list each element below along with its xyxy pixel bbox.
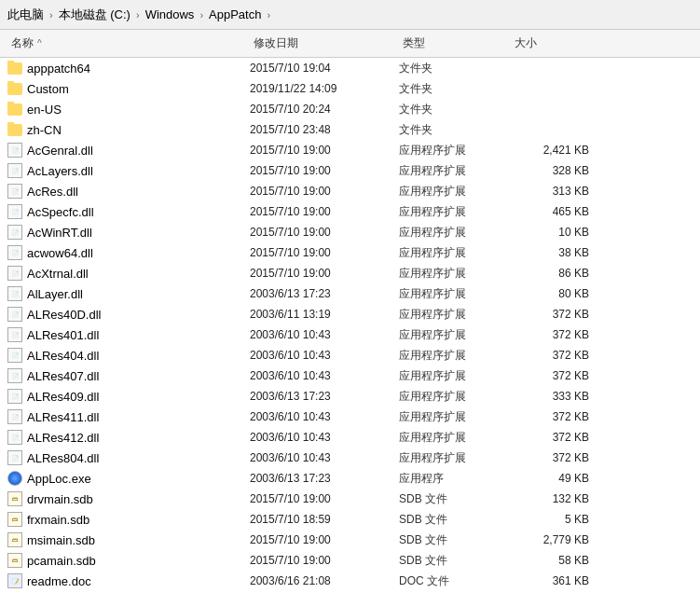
file-name-cell: 📄 ALRes404.dll xyxy=(7,348,250,363)
table-row[interactable]: 📄 ALRes404.dll 2003/6/10 10:43 应用程序扩展 37… xyxy=(0,345,700,365)
file-type-cell: 应用程序扩展 xyxy=(399,163,511,179)
file-name-cell: 🗃 frxmain.sdb xyxy=(7,512,250,527)
file-type-cell: 文件夹 xyxy=(399,122,511,138)
file-name-text: AcLayers.dll xyxy=(27,164,93,178)
file-date-cell: 2015/7/10 19:00 xyxy=(250,185,399,198)
table-row[interactable]: 📄 ALRes412.dll 2003/6/10 10:43 应用程序扩展 37… xyxy=(0,427,700,448)
table-row[interactable]: 📄 ALRes409.dll 2003/6/13 17:23 应用程序扩展 33… xyxy=(0,386,700,407)
file-name-text: zh-CN xyxy=(27,123,62,137)
file-type-cell: 文件夹 xyxy=(399,61,511,76)
table-row[interactable]: zh-CN 2015/7/10 23:48 文件夹 xyxy=(0,119,700,140)
file-size-cell: 372 KB xyxy=(511,431,604,444)
file-size-cell: 58 KB xyxy=(511,554,604,567)
file-name-text: en-US xyxy=(27,103,62,117)
table-row[interactable]: AppLoc.exe 2003/6/13 17:23 应用程序 49 KB xyxy=(0,468,700,489)
file-name-text: apppatch64 xyxy=(27,62,90,76)
breadcrumb-c[interactable]: 本地磁盘 (C:) xyxy=(59,7,130,23)
table-row[interactable]: 📄 ALRes401.dll 2003/6/10 10:43 应用程序扩展 37… xyxy=(0,324,700,345)
table-row[interactable]: Custom 2019/11/22 14:09 文件夹 xyxy=(0,78,700,99)
file-type-cell: SDB 文件 xyxy=(399,512,511,528)
file-name-cell: 🗃 drvmain.sdb xyxy=(7,491,250,506)
table-row[interactable]: 📄 AcLayers.dll 2015/7/10 19:00 应用程序扩展 32… xyxy=(0,160,700,181)
table-row[interactable]: 🗃 pcamain.sdb 2015/7/10 19:00 SDB 文件 58 … xyxy=(0,550,700,571)
header-name[interactable]: 名称 ^ xyxy=(7,34,250,53)
table-row[interactable]: 🗃 frxmain.sdb 2015/7/10 18:59 SDB 文件 5 K… xyxy=(0,509,700,530)
file-type-cell: 文件夹 xyxy=(399,81,511,97)
file-name-text: AppLoc.exe xyxy=(27,472,91,486)
table-row[interactable]: 📄 AcGenral.dll 2015/7/10 19:00 应用程序扩展 2,… xyxy=(0,140,700,160)
folder-icon xyxy=(7,122,22,137)
file-type-cell: 应用程序扩展 xyxy=(399,409,511,425)
header-type[interactable]: 类型 xyxy=(399,34,511,53)
file-type-cell: 应用程序扩展 xyxy=(399,368,511,384)
breadcrumb-apppatch[interactable]: AppPatch xyxy=(209,7,261,21)
file-name-cell: 📄 AcLayers.dll xyxy=(7,163,250,178)
sep-1: › xyxy=(49,9,53,21)
breadcrumb-this-pc[interactable]: 此电脑 xyxy=(7,7,44,23)
table-row[interactable]: 📄 ALRes40D.dll 2003/6/11 13:19 应用程序扩展 37… xyxy=(0,304,700,324)
file-type-cell: 应用程序扩展 xyxy=(399,430,511,446)
file-date-cell: 2015/7/10 19:00 xyxy=(250,144,399,157)
file-name-text: ALRes412.dll xyxy=(27,431,99,445)
file-size-cell: 361 KB xyxy=(511,574,604,587)
file-date-cell: 2015/7/10 18:59 xyxy=(250,513,399,526)
table-row[interactable]: 📄 ALRes411.dll 2003/6/10 10:43 应用程序扩展 37… xyxy=(0,407,700,427)
file-list-container: 名称 ^ 修改日期 类型 大小 apppatch64 2015/7/10 19:… xyxy=(0,30,700,593)
file-size-cell: 10 KB xyxy=(511,226,604,239)
file-size-cell: 372 KB xyxy=(511,328,604,341)
header-size[interactable]: 大小 xyxy=(511,34,604,53)
table-row[interactable]: 📄 AcRes.dll 2015/7/10 19:00 应用程序扩展 313 K… xyxy=(0,181,700,201)
sdb-icon: 🗃 xyxy=(7,532,22,547)
dll-icon: 📄 xyxy=(7,204,22,219)
file-type-cell: SDB 文件 xyxy=(399,491,511,507)
file-date-cell: 2015/7/10 19:00 xyxy=(250,492,399,505)
file-size-cell: 328 KB xyxy=(511,164,604,177)
file-type-cell: 应用程序 xyxy=(399,471,511,487)
file-date-cell: 2003/6/11 13:19 xyxy=(250,308,399,321)
file-name-text: AcRes.dll xyxy=(27,185,78,199)
file-size-cell: 86 KB xyxy=(511,267,604,280)
file-name-text: ALRes411.dll xyxy=(27,410,99,424)
file-date-cell: 2003/6/10 10:43 xyxy=(250,431,399,444)
file-date-cell: 2015/7/10 19:00 xyxy=(250,246,399,259)
file-name-cell: 📄 acwow64.dll xyxy=(7,245,250,260)
file-name-text: AcXtrnal.dll xyxy=(27,267,89,281)
table-row[interactable]: 📝 readme.doc 2003/6/16 21:08 DOC 文件 361 … xyxy=(0,571,700,591)
table-row[interactable]: 📄 acwow64.dll 2015/7/10 19:00 应用程序扩展 38 … xyxy=(0,242,700,263)
file-name-text: readme.doc xyxy=(27,574,91,588)
table-row[interactable]: 🗃 msimain.sdb 2015/7/10 19:00 SDB 文件 2,7… xyxy=(0,530,700,550)
file-date-cell: 2015/7/10 19:00 xyxy=(250,205,399,218)
file-name-cell: zh-CN xyxy=(7,122,250,137)
file-name-text: drvmain.sdb xyxy=(27,492,93,506)
table-row[interactable]: en-US 2015/7/10 20:24 文件夹 xyxy=(0,99,700,119)
file-size-cell: 2,421 KB xyxy=(511,144,604,157)
file-name-cell: 📄 ALRes401.dll xyxy=(7,327,250,342)
sdb-icon: 🗃 xyxy=(7,512,22,527)
table-row[interactable]: 🗃 drvmain.sdb 2015/7/10 19:00 SDB 文件 132… xyxy=(0,489,700,509)
sdb-icon: 🗃 xyxy=(7,553,22,568)
file-size-cell: 372 KB xyxy=(511,369,604,382)
file-date-cell: 2019/11/22 14:09 xyxy=(250,82,399,95)
file-date-cell: 2003/6/13 17:23 xyxy=(250,390,399,403)
table-row[interactable]: 📄 ALRes407.dll 2003/6/10 10:43 应用程序扩展 37… xyxy=(0,365,700,386)
table-row[interactable]: 📄 AcWinRT.dll 2015/7/10 19:00 应用程序扩展 10 … xyxy=(0,222,700,242)
table-row[interactable]: 📄 AcXtrnal.dll 2015/7/10 19:00 应用程序扩展 86… xyxy=(0,263,700,283)
table-row[interactable]: apppatch64 2015/7/10 19:04 文件夹 xyxy=(0,58,700,78)
header-date[interactable]: 修改日期 xyxy=(250,34,399,53)
file-name-cell: 📄 AcXtrnal.dll xyxy=(7,266,250,281)
breadcrumb-windows[interactable]: Windows xyxy=(145,7,195,21)
sep-2: › xyxy=(136,9,140,21)
file-name-cell: en-US xyxy=(7,102,250,117)
dll-icon: 📄 xyxy=(7,225,22,240)
file-name-cell: 📄 ALRes411.dll xyxy=(7,409,250,424)
file-name-text: AcWinRT.dll xyxy=(27,226,92,240)
file-name-cell: 📄 AcGenral.dll xyxy=(7,143,250,158)
file-type-cell: 应用程序扩展 xyxy=(399,389,511,405)
file-name-cell: 📄 ALRes804.dll xyxy=(7,450,250,465)
file-name-cell: 📄 AcRes.dll xyxy=(7,184,250,199)
table-row[interactable]: 📄 ALRes804.dll 2003/6/10 10:43 应用程序扩展 37… xyxy=(0,448,700,468)
table-row[interactable]: 📄 AcSpecfc.dll 2015/7/10 19:00 应用程序扩展 46… xyxy=(0,201,700,222)
table-row[interactable]: 📄 AlLayer.dll 2003/6/13 17:23 应用程序扩展 80 … xyxy=(0,283,700,304)
file-name-cell: 📄 ALRes40D.dll xyxy=(7,307,250,322)
dll-icon: 📄 xyxy=(7,368,22,383)
